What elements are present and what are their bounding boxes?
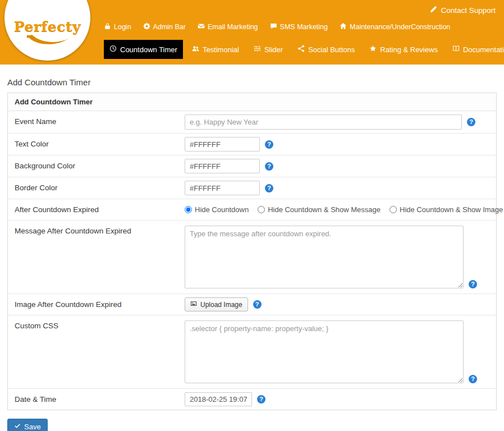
header: Contact Support Perfecty Login Admin Bar… (0, 0, 504, 65)
page-title: Add Countdown Timer (7, 77, 497, 87)
tab-social-buttons-label: Social Buttons (308, 45, 355, 54)
nav-login[interactable]: Login (104, 22, 131, 31)
radio-hide-show-message-input[interactable] (258, 206, 265, 213)
lock-icon (104, 22, 111, 31)
radio-hide-show-image-label: Hide Countdown & Show Image (400, 205, 503, 214)
upload-image-button[interactable]: Upload Image (185, 297, 248, 311)
save-button-label: Save (24, 423, 41, 431)
gear-icon (143, 22, 150, 31)
event-name-label: Event Name (8, 111, 179, 133)
border-color-input[interactable] (185, 181, 260, 195)
home-icon (340, 22, 347, 31)
help-icon-event-name[interactable]: ? (467, 118, 475, 126)
check-icon (14, 423, 21, 431)
logo[interactable]: Perfecty (4, 0, 90, 61)
tab-rating-reviews-label: Rating & Reviews (380, 45, 438, 54)
logo-text: Perfecty (14, 19, 81, 35)
radio-hide-show-image-input[interactable] (390, 206, 397, 213)
sliders-icon (254, 45, 261, 54)
nav-maintenance[interactable]: Maintenance/UnderConstruction (340, 22, 450, 31)
tab-slider-label: Slider (264, 45, 283, 54)
comment-icon (270, 22, 277, 31)
background-color-input[interactable] (185, 159, 260, 173)
nav-maintenance-label: Maintenance/UnderConstruction (350, 23, 450, 31)
form-row-message: Message After Countdown Expired ? (8, 220, 496, 294)
nav-email-marketing-label: Email Marketing (208, 23, 258, 31)
help-icon-custom-css[interactable]: ? (469, 375, 477, 383)
help-icon-date-time[interactable]: ? (257, 395, 265, 404)
form-row-custom-css: Custom CSS ? (8, 315, 496, 388)
pencil-icon (430, 6, 437, 15)
background-color-label: Background Color (8, 155, 179, 177)
nav-login-label: Login (114, 23, 131, 31)
nav-sms-marketing-label: SMS Marketing (280, 23, 328, 31)
tab-testimonial[interactable]: Testimonial (186, 40, 245, 59)
tab-countdown-timer-label: Countdown Timer (120, 45, 177, 54)
tab-testimonial-label: Testimonial (203, 45, 239, 54)
radio-hide-countdown-label: Hide Countdown (195, 205, 249, 214)
primary-nav: Login Admin Bar Email Marketing SMS Mark… (104, 0, 504, 31)
tab-slider[interactable]: Slider (248, 40, 288, 59)
tab-social-buttons[interactable]: Social Buttons (292, 40, 360, 59)
text-color-label: Text Color (8, 134, 179, 155)
book-icon (452, 45, 460, 54)
custom-css-label: Custom CSS (8, 315, 179, 388)
nav-admin-bar[interactable]: Admin Bar (143, 22, 186, 31)
logo-hand-swoosh (24, 34, 71, 47)
contact-support-label: Contact Support (441, 6, 496, 15)
help-icon-border-color[interactable]: ? (265, 184, 273, 192)
border-color-label: Border Color (8, 177, 179, 199)
help-icon-background-color[interactable]: ? (265, 162, 273, 171)
tab-documentation-label: Documentation (463, 45, 504, 54)
panel-title: Add Countdown Timer (8, 93, 496, 111)
text-color-input[interactable] (185, 137, 260, 152)
form-row-event-name: Event Name ? (8, 111, 496, 133)
after-countdown-expired-label: After Countdown Expired (8, 199, 179, 220)
secondary-nav: Countdown Timer Testimonial Slider Socia… (104, 40, 504, 59)
radio-hide-countdown-input[interactable] (185, 206, 192, 213)
nav-email-marketing[interactable]: Email Marketing (198, 22, 258, 31)
event-name-input[interactable] (185, 114, 462, 130)
help-icon-text-color[interactable]: ? (265, 140, 273, 149)
nav-admin-bar-label: Admin Bar (153, 23, 186, 31)
users-icon (192, 45, 199, 54)
radio-hide-show-image[interactable]: Hide Countdown & Show Image (390, 205, 503, 214)
date-time-label: Date & Time (8, 389, 179, 410)
form-row-border-color: Border Color ? (8, 177, 496, 199)
add-countdown-timer-panel: Add Countdown Timer Event Name ? Text Co… (7, 93, 497, 410)
image-label: Image After Countdown Expired (8, 294, 179, 315)
envelope-icon (198, 22, 205, 31)
form-row-date-time: Date & Time ? (8, 388, 496, 410)
share-icon (297, 45, 305, 54)
message-textarea[interactable] (185, 226, 464, 288)
contact-support-link[interactable]: Contact Support (430, 6, 496, 15)
help-icon-image[interactable]: ? (253, 300, 262, 309)
main-content: Add Countdown Timer Add Countdown Timer … (0, 77, 504, 431)
date-time-input[interactable] (185, 392, 252, 406)
message-label: Message After Countdown Expired (8, 221, 179, 294)
radio-hide-show-message-label: Hide Countdown & Show Message (268, 205, 381, 214)
star-icon (369, 45, 377, 54)
image-icon (190, 300, 197, 309)
form-row-after-countdown-expired: After Countdown Expired Hide Countdown H… (8, 199, 496, 220)
radio-hide-show-message[interactable]: Hide Countdown & Show Message (258, 205, 381, 214)
help-icon-message[interactable]: ? (469, 280, 477, 288)
tab-rating-reviews[interactable]: Rating & Reviews (364, 40, 443, 59)
custom-css-textarea[interactable] (185, 320, 464, 383)
save-button[interactable]: Save (7, 419, 48, 431)
after-countdown-radio-group: Hide Countdown Hide Countdown & Show Mes… (185, 205, 503, 214)
form-row-text-color: Text Color ? (8, 133, 496, 155)
form-row-image: Image After Countdown Expired Upload Ima… (8, 294, 496, 315)
clock-icon (109, 45, 117, 54)
tab-countdown-timer[interactable]: Countdown Timer (104, 40, 183, 59)
upload-image-button-label: Upload Image (200, 301, 242, 309)
tab-documentation[interactable]: Documentation (447, 40, 504, 59)
nav-sms-marketing[interactable]: SMS Marketing (270, 22, 328, 31)
radio-hide-countdown[interactable]: Hide Countdown (185, 205, 249, 214)
form-row-background-color: Background Color ? (8, 155, 496, 177)
